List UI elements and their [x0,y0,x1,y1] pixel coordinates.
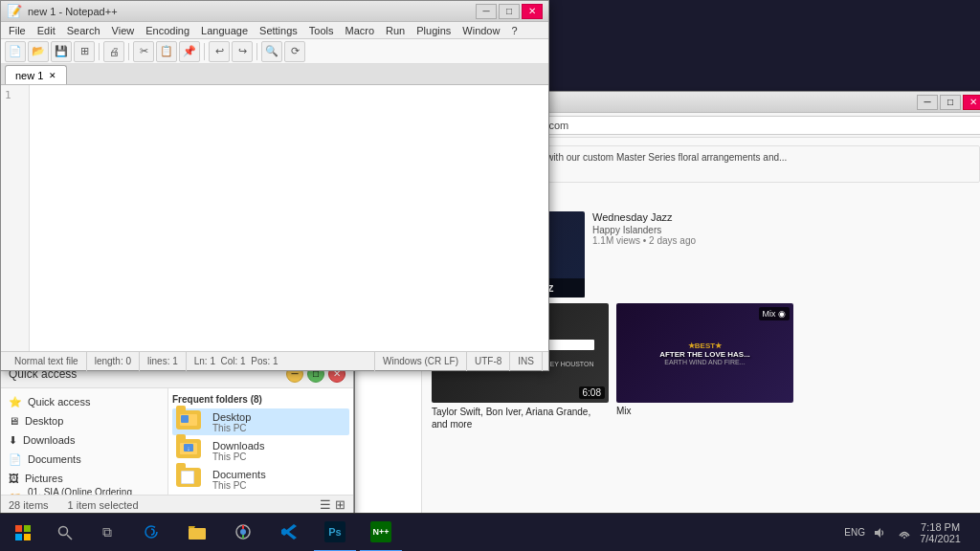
npp-menu-language[interactable]: Language [195,22,254,39]
fe-quick-access-icon: ⭐ [9,396,22,408]
fe-sidebar-downloads[interactable]: ⬇ Downloads [1,430,167,450]
taskbar-clock[interactable]: 7:18 PM 7/4/2021 [920,521,961,544]
fe-desktop-icon: 🖥 [9,415,19,427]
fe-selected-count: 1 item selected [68,499,139,511]
yt-maximize-button[interactable]: □ [940,95,961,110]
fe-folder-documents-sub: This PC [212,480,266,491]
fe-grid-view-button[interactable]: ⊞ [335,497,345,512]
npp-window-controls: ─ □ ✕ [476,4,543,19]
npp-ins: INS [510,352,543,371]
taskbar-file-explorer[interactable] [176,514,218,552]
npp-maximize-button[interactable]: □ [499,4,520,19]
yt-card-after-info: Mix [616,403,793,419]
fe-sidebar-documents[interactable]: 📄 Documents [1,450,167,469]
npp-editor-content[interactable] [30,85,548,351]
fe-folder-documents-name: Documents [212,469,266,480]
taskbar-notepad[interactable]: N++ [360,514,402,552]
npp-print-button[interactable]: 🖨 [103,41,124,62]
yt-card-jazz-meta: Happy Islanders [592,225,980,235]
fe-folder-desktop-icon [176,410,201,430]
fe-folder-documents[interactable]: Documents This PC [172,466,349,493]
fe-sidebar-quick-access[interactable]: ⭐ Quick access [1,392,167,411]
npp-undo-button[interactable]: ↩ [209,41,230,62]
npp-menu-file[interactable]: File [3,22,32,39]
npp-toolbar: 📄 📂 💾 ⊞ 🖨 ✂ 📋 📌 ↩ ↪ 🔍 ⟳ [1,39,548,64]
yt-card-hold-info: Taylor Swift, Bon Iver, Ariana Grande, a… [432,403,609,433]
task-view-button[interactable]: ⧉ [88,514,126,552]
yt-minimize-button[interactable]: ─ [917,95,938,110]
npp-menu-settings[interactable]: Settings [254,22,303,39]
tray-network-icon[interactable] [895,514,914,552]
npp-title-area: 📝 new 1 - Notepad++ [7,4,118,18]
notepad-window: 📝 new 1 - Notepad++ ─ □ ✕ File Edit Sear… [0,0,549,371]
taskbar-chrome[interactable] [222,514,264,552]
npp-toolbar-sep2 [128,43,129,60]
npp-redo-button[interactable]: ↪ [232,41,253,62]
yt-card-after[interactable]: ★BEST★ AFTER THE LOVE HAS... EARTH WIND … [616,303,793,433]
fe-folder-downloads-icon-container: ↓ [176,439,205,462]
fe-sidebar-desktop[interactable]: 🖥 Desktop [1,411,167,430]
fe-folder-downloads[interactable]: ↓ Downloads This PC [172,437,349,464]
npp-paste-button[interactable]: 📌 [179,41,200,62]
npp-menu-edit[interactable]: Edit [32,22,61,39]
npp-find-replace-button[interactable]: ⟳ [284,41,305,62]
fe-sidebar-pictures[interactable]: 🖼 Pictures [1,469,167,488]
npp-menu-help[interactable]: ? [505,22,523,39]
search-icon [57,525,73,540]
fe-folder-documents-info: Documents This PC [212,469,266,491]
fe-folder-documents-icon [176,468,201,487]
search-button[interactable] [46,514,84,552]
taskbar-photoshop[interactable]: Ps [314,514,356,552]
fe-statusbar: 28 items 1 item selected ☰ ⊞ [1,495,353,514]
npp-tab-close[interactable]: ✕ [49,71,56,80]
npp-save-button[interactable]: 💾 [51,41,72,62]
start-button[interactable] [4,514,42,552]
npp-close-button[interactable]: ✕ [522,4,543,19]
fe-downloads-label: Downloads [23,434,75,446]
npp-line-ending: Windows (CR LF) [375,352,467,371]
npp-menu-macro[interactable]: Macro [339,22,380,39]
fe-content: ⭐ Quick access 🖥 Desktop ⬇ Downloads 📄 D… [1,388,353,495]
fe-list-view-button[interactable]: ☰ [320,497,331,512]
npp-menu-plugins[interactable]: Plugins [411,22,457,39]
taskbar-right: ENG 7:18 PM 7/4/2021 [845,514,980,552]
chrome-icon [234,522,253,541]
npp-menu-view[interactable]: View [106,22,141,39]
tray-sound-icon[interactable] [870,514,889,552]
npp-taskbar-icon: N++ [370,521,391,542]
taskbar-time: 7:18 PM [920,521,961,533]
npp-menu-encoding[interactable]: Encoding [140,22,195,39]
npp-menu-window[interactable]: Window [457,22,505,39]
yt-card-hold-title: Taylor Swift, Bon Iver, Ariana Grande, a… [432,406,609,430]
npp-minimize-button[interactable]: ─ [476,4,497,19]
fe-view-controls: ☰ ⊞ [320,497,345,512]
fe-folder-downloads-name: Downloads [212,440,264,452]
npp-new-button[interactable]: 📄 [5,41,26,62]
taskbar-edge[interactable] [130,514,172,552]
npp-toolbar-sep4 [256,43,257,60]
yt-card-after-meta: Mix [616,406,793,416]
yt-close-button[interactable]: ✕ [963,95,980,110]
npp-editor: 1 [1,85,548,351]
npp-taskbar-label: N++ [372,527,389,537]
npp-menu-run[interactable]: Run [380,22,411,39]
npp-cut-button[interactable]: ✂ [133,41,154,62]
file-explorer-window: Quick access ─ □ ✕ ⭐ Quick access 🖥 Desk… [0,359,354,515]
npp-tab-new1[interactable]: new 1 ✕ [5,65,67,84]
fe-documents-label: Documents [28,453,81,465]
npp-menu-search[interactable]: Search [61,22,106,39]
fe-sidebar-sia[interactable]: 📁 01. SIA (Online Ordering System) [1,488,167,495]
fe-folder-desktop-icon-container [176,410,205,433]
npp-save-all-button[interactable]: ⊞ [74,41,95,62]
npp-menu-tools[interactable]: Tools [303,22,340,39]
fe-downloads-icon: ⬇ [9,434,17,447]
npp-open-button[interactable]: 📂 [28,41,49,62]
fe-quick-access-label: Quick access [28,396,90,408]
npp-copy-button[interactable]: 📋 [156,41,177,62]
tray-keyboard-icon[interactable]: ENG [845,514,864,552]
fe-folder-desktop[interactable]: Desktop This PC [172,408,349,435]
fe-folder-pc-icon [181,415,189,423]
show-desktop-button[interactable] [967,514,972,552]
taskbar-vscode[interactable] [268,514,310,552]
npp-find-button[interactable]: 🔍 [261,41,282,62]
